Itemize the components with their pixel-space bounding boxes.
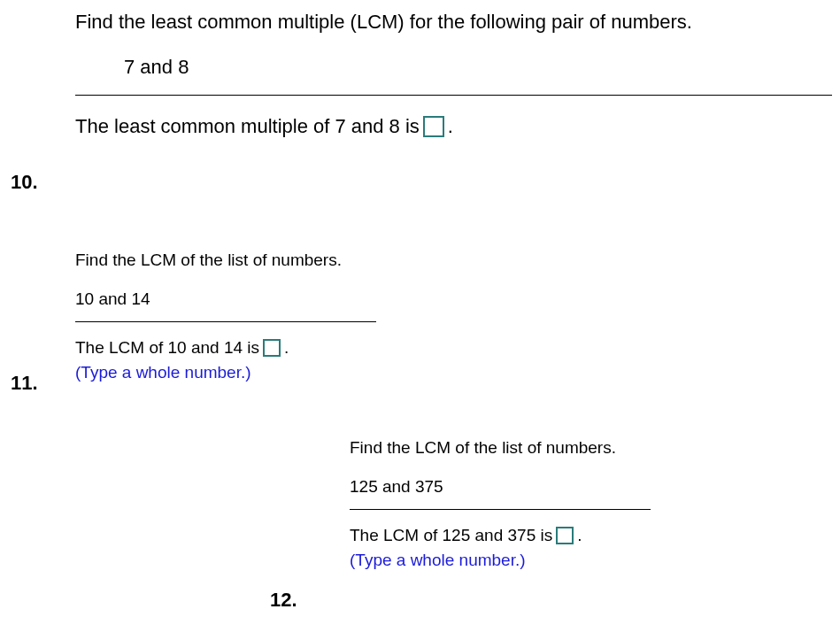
question-10-pair: 7 and 8: [75, 56, 832, 79]
question-11-hint: (Type a whole number.): [75, 363, 394, 382]
question-12-answer-line: The LCM of 125 and 375 is .: [350, 526, 704, 545]
answer-blank-input[interactable]: [556, 527, 574, 544]
question-number-10: 10.: [11, 171, 38, 194]
question-12-pair: 125 and 375: [350, 477, 704, 497]
question-11-block: Find the LCM of the list of numbers. 10 …: [75, 248, 394, 382]
answer-pre-text: The LCM of 10 and 14 is: [75, 338, 259, 358]
question-number-11: 11.: [11, 372, 38, 395]
question-number-12: 12.: [270, 589, 297, 612]
answer-pre-text: The least common multiple of 7 and 8 is: [75, 115, 420, 138]
question-11-instruction: Find the LCM of the list of numbers.: [75, 248, 394, 274]
question-10-instruction: Find the least common multiple (LCM) for…: [75, 7, 832, 36]
divider: [75, 95, 832, 96]
divider: [350, 509, 651, 510]
question-10-answer-line: The least common multiple of 7 and 8 is …: [75, 115, 832, 138]
answer-blank-input[interactable]: [423, 116, 444, 137]
question-12-block: Find the LCM of the list of numbers. 125…: [350, 436, 704, 570]
answer-post-text: .: [577, 526, 582, 545]
question-12-hint: (Type a whole number.): [350, 551, 704, 570]
answer-post-text: .: [284, 338, 289, 358]
answer-post-text: .: [448, 115, 453, 138]
divider: [75, 321, 376, 322]
question-11-answer-line: The LCM of 10 and 14 is .: [75, 338, 394, 358]
answer-blank-input[interactable]: [263, 339, 281, 357]
question-11-pair: 10 and 14: [75, 289, 394, 309]
question-12-instruction: Find the LCM of the list of numbers.: [350, 436, 704, 461]
answer-pre-text: The LCM of 125 and 375 is: [350, 526, 552, 545]
question-10-block: Find the least common multiple (LCM) for…: [75, 7, 832, 138]
